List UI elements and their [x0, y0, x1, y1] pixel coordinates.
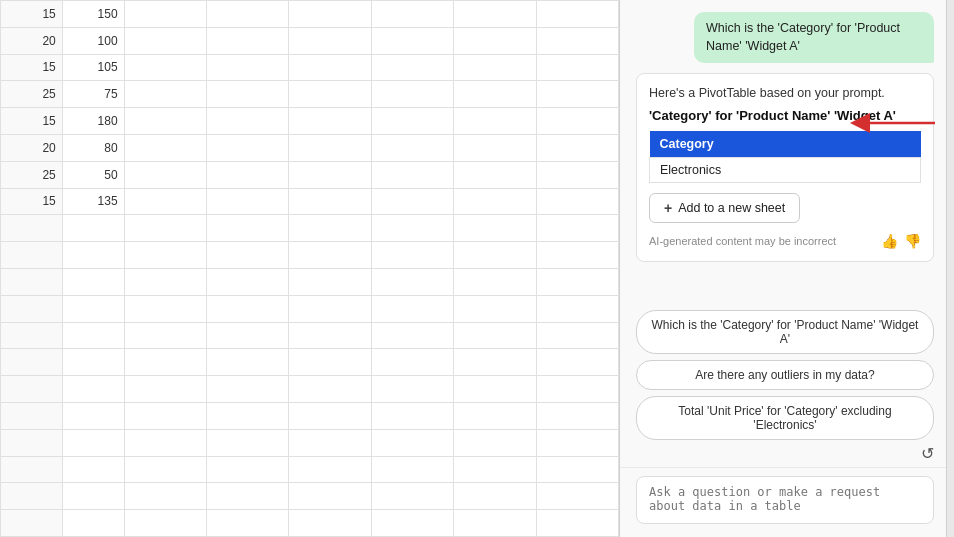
spreadsheet-cell[interactable] [1, 242, 63, 269]
spreadsheet-cell-empty[interactable] [124, 510, 206, 537]
spreadsheet-cell-empty[interactable] [454, 510, 536, 537]
spreadsheet-cell-empty[interactable] [371, 322, 453, 349]
spreadsheet-cell[interactable]: 15 [1, 54, 63, 81]
spreadsheet-cell-empty[interactable] [536, 322, 618, 349]
spreadsheet-cell-empty[interactable] [206, 108, 288, 135]
suggestion-chip-2[interactable]: Total 'Unit Price' for 'Category' exclud… [636, 396, 934, 440]
spreadsheet-cell-empty[interactable] [124, 483, 206, 510]
spreadsheet-cell-empty[interactable] [124, 349, 206, 376]
spreadsheet-cell-empty[interactable] [371, 402, 453, 429]
spreadsheet-cell[interactable] [1, 483, 63, 510]
spreadsheet-cell-empty[interactable] [371, 161, 453, 188]
spreadsheet-cell-empty[interactable] [371, 188, 453, 215]
spreadsheet-cell[interactable] [62, 242, 124, 269]
spreadsheet-cell[interactable]: 25 [1, 161, 63, 188]
spreadsheet-cell-empty[interactable] [536, 134, 618, 161]
thumbs-up-button[interactable]: 👍 [881, 233, 898, 249]
spreadsheet-cell-empty[interactable] [454, 483, 536, 510]
spreadsheet-cell-empty[interactable] [124, 429, 206, 456]
spreadsheet-cell-empty[interactable] [289, 268, 371, 295]
spreadsheet-cell-empty[interactable] [536, 161, 618, 188]
spreadsheet-cell-empty[interactable] [536, 215, 618, 242]
suggestion-chip-1[interactable]: Are there any outliers in my data? [636, 360, 934, 390]
spreadsheet-cell-empty[interactable] [206, 456, 288, 483]
spreadsheet-cell[interactable] [1, 322, 63, 349]
spreadsheet-cell-empty[interactable] [536, 108, 618, 135]
spreadsheet-cell-empty[interactable] [454, 456, 536, 483]
spreadsheet-cell-empty[interactable] [124, 1, 206, 28]
spreadsheet-cell-empty[interactable] [206, 349, 288, 376]
spreadsheet-cell[interactable] [1, 349, 63, 376]
spreadsheet-cell-empty[interactable] [371, 1, 453, 28]
spreadsheet-cell-empty[interactable] [371, 510, 453, 537]
spreadsheet-cell-empty[interactable] [124, 161, 206, 188]
spreadsheet-cell-empty[interactable] [206, 268, 288, 295]
spreadsheet-cell[interactable] [62, 215, 124, 242]
spreadsheet-cell[interactable]: 15 [1, 108, 63, 135]
spreadsheet-cell-empty[interactable] [289, 27, 371, 54]
spreadsheet-cell-empty[interactable] [124, 295, 206, 322]
spreadsheet-cell[interactable] [62, 322, 124, 349]
spreadsheet-cell-empty[interactable] [536, 349, 618, 376]
spreadsheet-cell-empty[interactable] [289, 161, 371, 188]
spreadsheet-cell[interactable]: 180 [62, 108, 124, 135]
spreadsheet-cell-empty[interactable] [289, 483, 371, 510]
spreadsheet-cell-empty[interactable] [289, 456, 371, 483]
spreadsheet-cell-empty[interactable] [454, 161, 536, 188]
spreadsheet-cell-empty[interactable] [289, 295, 371, 322]
spreadsheet-cell-empty[interactable] [206, 242, 288, 269]
spreadsheet-cell[interactable] [1, 510, 63, 537]
spreadsheet-cell-empty[interactable] [454, 27, 536, 54]
spreadsheet-cell-empty[interactable] [371, 456, 453, 483]
spreadsheet-cell[interactable]: 20 [1, 134, 63, 161]
spreadsheet-cell-empty[interactable] [289, 402, 371, 429]
spreadsheet-cell[interactable]: 50 [62, 161, 124, 188]
spreadsheet-cell-empty[interactable] [289, 215, 371, 242]
spreadsheet-cell-empty[interactable] [371, 27, 453, 54]
add-to-sheet-button[interactable]: + Add to a new sheet [649, 193, 800, 223]
spreadsheet-cell-empty[interactable] [206, 322, 288, 349]
suggestion-chip-0[interactable]: Which is the 'Category' for 'Product Nam… [636, 310, 934, 354]
spreadsheet-cell-empty[interactable] [124, 242, 206, 269]
spreadsheet-cell-empty[interactable] [124, 188, 206, 215]
chat-input[interactable] [636, 476, 934, 524]
spreadsheet-cell-empty[interactable] [206, 295, 288, 322]
spreadsheet-cell-empty[interactable] [454, 108, 536, 135]
spreadsheet-cell-empty[interactable] [536, 483, 618, 510]
spreadsheet-cell-empty[interactable] [289, 188, 371, 215]
spreadsheet-cell[interactable] [1, 456, 63, 483]
spreadsheet-cell-empty[interactable] [206, 215, 288, 242]
spreadsheet-cell-empty[interactable] [371, 429, 453, 456]
spreadsheet-cell-empty[interactable] [536, 188, 618, 215]
spreadsheet-cell[interactable]: 135 [62, 188, 124, 215]
spreadsheet-cell[interactable]: 105 [62, 54, 124, 81]
spreadsheet-cell-empty[interactable] [454, 376, 536, 403]
spreadsheet-cell-empty[interactable] [371, 108, 453, 135]
spreadsheet-cell-empty[interactable] [289, 81, 371, 108]
spreadsheet-cell-empty[interactable] [289, 322, 371, 349]
spreadsheet-cell[interactable] [62, 268, 124, 295]
spreadsheet-cell-empty[interactable] [206, 376, 288, 403]
spreadsheet-cell-empty[interactable] [124, 108, 206, 135]
spreadsheet-cell[interactable]: 15 [1, 1, 63, 28]
spreadsheet-cell-empty[interactable] [454, 134, 536, 161]
spreadsheet-cell-empty[interactable] [371, 242, 453, 269]
spreadsheet-cell-empty[interactable] [289, 429, 371, 456]
spreadsheet-cell-empty[interactable] [536, 402, 618, 429]
spreadsheet-cell-empty[interactable] [124, 134, 206, 161]
spreadsheet-cell[interactable] [62, 483, 124, 510]
spreadsheet-cell-empty[interactable] [454, 54, 536, 81]
spreadsheet-cell-empty[interactable] [536, 242, 618, 269]
spreadsheet-cell-empty[interactable] [289, 1, 371, 28]
spreadsheet-cell-empty[interactable] [454, 242, 536, 269]
spreadsheet-cell-empty[interactable] [124, 54, 206, 81]
spreadsheet-cell-empty[interactable] [536, 268, 618, 295]
spreadsheet-cell-empty[interactable] [206, 483, 288, 510]
spreadsheet-cell-empty[interactable] [454, 402, 536, 429]
spreadsheet-cell-empty[interactable] [206, 402, 288, 429]
spreadsheet-cell-empty[interactable] [206, 188, 288, 215]
spreadsheet-cell[interactable]: 25 [1, 81, 63, 108]
spreadsheet-cell-empty[interactable] [124, 322, 206, 349]
spreadsheet-cell-empty[interactable] [371, 268, 453, 295]
spreadsheet-cell-empty[interactable] [289, 376, 371, 403]
